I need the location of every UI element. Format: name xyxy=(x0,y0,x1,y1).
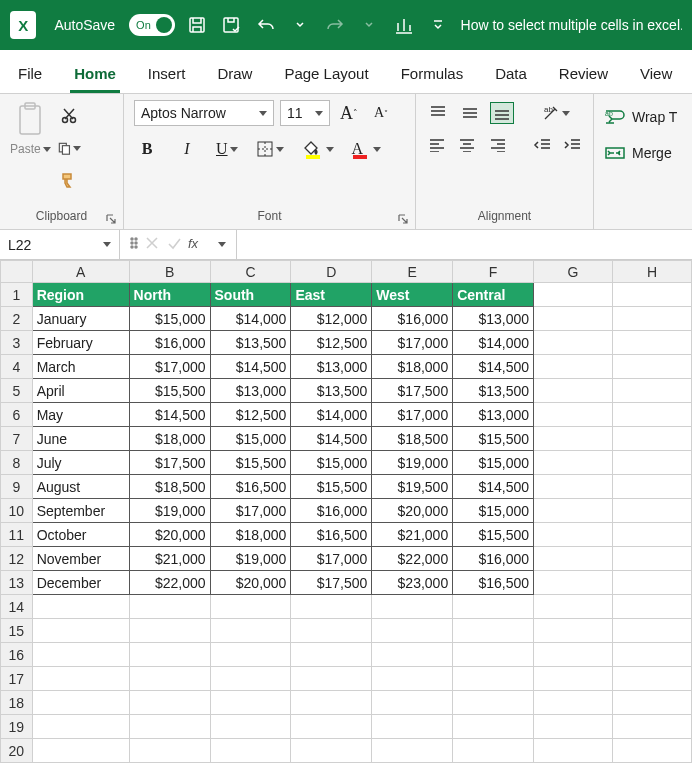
cell-value[interactable]: $16,500 xyxy=(291,523,372,547)
name-box[interactable]: L22 xyxy=(0,230,120,259)
save-icon[interactable] xyxy=(185,12,210,38)
undo-icon[interactable] xyxy=(254,12,279,38)
empty-cell[interactable] xyxy=(129,619,210,643)
empty-cell[interactable] xyxy=(613,595,692,619)
cell-value[interactable]: $18,000 xyxy=(372,355,453,379)
cell-value[interactable]: $22,000 xyxy=(372,547,453,571)
cell-value[interactable]: $12,500 xyxy=(210,403,291,427)
cell-value[interactable]: $15,500 xyxy=(453,523,534,547)
align-center-icon[interactable] xyxy=(456,134,478,156)
cell-region[interactable]: March xyxy=(32,355,129,379)
shrink-font-icon[interactable]: A˅ xyxy=(368,100,394,126)
select-all-corner[interactable] xyxy=(1,261,33,283)
paste-button[interactable]: Paste xyxy=(10,142,51,156)
cell-value[interactable]: $15,000 xyxy=(291,451,372,475)
header-cell[interactable]: Region xyxy=(32,283,129,307)
cell-value[interactable]: $15,000 xyxy=(453,499,534,523)
undo-dropdown-icon[interactable] xyxy=(288,12,313,38)
cell-value[interactable]: $15,000 xyxy=(129,307,210,331)
autosave-toggle[interactable]: On xyxy=(129,14,174,36)
empty-cell[interactable] xyxy=(372,739,453,763)
empty-cell[interactable] xyxy=(613,739,692,763)
col-head-E[interactable]: E xyxy=(372,261,453,283)
cell-value[interactable]: $17,500 xyxy=(291,571,372,595)
empty-cell[interactable] xyxy=(372,643,453,667)
col-head-A[interactable]: A xyxy=(32,261,129,283)
empty-cell[interactable] xyxy=(210,739,291,763)
cell-value[interactable]: $20,000 xyxy=(129,523,210,547)
row-head-7[interactable]: 7 xyxy=(1,427,33,451)
cell-value[interactable]: $14,500 xyxy=(453,475,534,499)
col-head-D[interactable]: D xyxy=(291,261,372,283)
cell-value[interactable]: $19,000 xyxy=(372,451,453,475)
orientation-button[interactable]: ab xyxy=(540,102,572,124)
namebox-expand-icon[interactable] xyxy=(130,236,138,253)
cell-value[interactable]: $19,000 xyxy=(210,547,291,571)
cell-region[interactable]: April xyxy=(32,379,129,403)
cell-value[interactable]: $18,000 xyxy=(129,427,210,451)
qat-more-icon[interactable] xyxy=(426,12,451,38)
formula-input[interactable] xyxy=(237,230,692,259)
empty-cell[interactable] xyxy=(32,739,129,763)
align-left-icon[interactable] xyxy=(426,134,448,156)
empty-cell[interactable] xyxy=(534,691,613,715)
enter-icon[interactable] xyxy=(166,235,182,254)
bold-button[interactable]: B xyxy=(134,136,160,162)
empty-cell[interactable] xyxy=(534,739,613,763)
cell-value[interactable]: $17,500 xyxy=(372,379,453,403)
cell-value[interactable]: $17,000 xyxy=(210,499,291,523)
cell-value[interactable]: $12,500 xyxy=(291,331,372,355)
saveas-icon[interactable] xyxy=(219,12,244,38)
empty-cell[interactable] xyxy=(210,619,291,643)
cell-value[interactable]: $17,000 xyxy=(129,355,210,379)
wrap-text-button[interactable]: ab Wrap T xyxy=(604,106,682,128)
empty-cell[interactable] xyxy=(291,715,372,739)
cell-value[interactable]: $16,500 xyxy=(210,475,291,499)
empty-cell[interactable] xyxy=(534,643,613,667)
col-head-C[interactable]: C xyxy=(210,261,291,283)
cell-region[interactable]: February xyxy=(32,331,129,355)
paste-icon[interactable] xyxy=(12,100,48,140)
merge-button[interactable]: Merge xyxy=(604,142,682,164)
italic-button[interactable]: I xyxy=(174,136,200,162)
font-launcher-icon[interactable] xyxy=(397,213,409,225)
empty-cell[interactable] xyxy=(291,739,372,763)
cell-value[interactable]: $15,500 xyxy=(291,475,372,499)
empty-cell[interactable] xyxy=(291,667,372,691)
empty-cell[interactable] xyxy=(613,619,692,643)
chart-icon[interactable] xyxy=(392,12,417,38)
cell-value[interactable]: $16,000 xyxy=(291,499,372,523)
borders-button[interactable] xyxy=(254,138,286,160)
empty-cell[interactable] xyxy=(210,691,291,715)
cell-region[interactable]: January xyxy=(32,307,129,331)
cell-value[interactable]: $15,500 xyxy=(129,379,210,403)
copy-icon[interactable] xyxy=(57,136,81,160)
empty-cell[interactable] xyxy=(210,715,291,739)
header-cell[interactable]: East xyxy=(291,283,372,307)
cell-value[interactable]: $20,000 xyxy=(372,499,453,523)
cell-value[interactable]: $23,000 xyxy=(372,571,453,595)
font-size-select[interactable]: 11 xyxy=(280,100,330,126)
row-head-18[interactable]: 18 xyxy=(1,691,33,715)
cell-value[interactable]: $18,500 xyxy=(372,427,453,451)
cell-value[interactable]: $13,000 xyxy=(291,355,372,379)
increase-indent-icon[interactable] xyxy=(561,134,583,156)
tab-draw[interactable]: Draw xyxy=(213,55,256,93)
cell-value[interactable]: $15,000 xyxy=(453,451,534,475)
empty-cell[interactable] xyxy=(129,643,210,667)
decrease-indent-icon[interactable] xyxy=(530,134,552,156)
header-cell[interactable]: West xyxy=(372,283,453,307)
cell-region[interactable]: May xyxy=(32,403,129,427)
tab-home[interactable]: Home xyxy=(70,55,120,93)
header-cell[interactable]: South xyxy=(210,283,291,307)
col-head-G[interactable]: G xyxy=(534,261,613,283)
header-cell[interactable]: Central xyxy=(453,283,534,307)
tab-view[interactable]: View xyxy=(636,55,676,93)
format-painter-icon[interactable] xyxy=(57,168,81,192)
empty-cell[interactable] xyxy=(210,667,291,691)
cell-region[interactable]: October xyxy=(32,523,129,547)
cell-value[interactable]: $14,500 xyxy=(453,355,534,379)
align-top-icon[interactable] xyxy=(426,102,450,124)
empty-cell[interactable] xyxy=(129,691,210,715)
empty-cell[interactable] xyxy=(291,619,372,643)
